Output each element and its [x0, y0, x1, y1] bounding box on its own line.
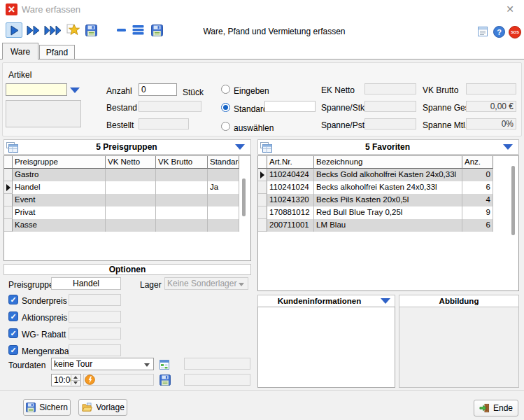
table-row-selected[interactable]: 110240424 Becks Gold alkoholfrei Kasten …	[258, 169, 518, 181]
preisgruppen-menu-icon[interactable]	[235, 144, 245, 150]
table-row-selected[interactable]: Handel Ja	[4, 181, 250, 194]
tab-ware[interactable]: Ware	[2, 43, 38, 59]
cell-preisgruppe: Gastro	[13, 169, 106, 181]
collapse-button[interactable]	[114, 22, 128, 38]
table-row[interactable]: 200711001 LM Blau 6	[258, 219, 518, 232]
checkbox-wg-rabatt[interactable]	[8, 328, 18, 338]
checkbox-aktionspreis[interactable]	[8, 312, 18, 321]
spanne-ges-label: Spanne Ges.	[423, 103, 472, 113]
vorlage-label: Vorlage	[96, 402, 125, 412]
row-indicator-icon	[260, 172, 264, 178]
radio-eingeben-label: Eingeben	[234, 86, 269, 96]
exit-door-icon	[479, 403, 490, 413]
kundeninformationen-title: Kundeninformationen	[258, 297, 381, 305]
ende-button[interactable]: Ende	[474, 400, 518, 416]
favoriten-menu-icon[interactable]	[503, 144, 513, 150]
table-row[interactable]: Gastro	[4, 169, 250, 181]
sos-icon: SOS	[509, 26, 521, 38]
cell-vk-brutto	[156, 219, 208, 232]
column-header: Bezeichnung	[314, 156, 462, 169]
standard-value-input[interactable]	[264, 101, 316, 112]
notes-button[interactable]	[476, 25, 489, 38]
tour-value: keine Tour	[54, 359, 92, 369]
time-spinner[interactable]	[71, 375, 80, 385]
aktionspreis-field	[69, 311, 121, 323]
help-button[interactable]: ?	[493, 25, 505, 38]
tour-save-button[interactable]	[159, 374, 171, 386]
tour-plan-button[interactable]	[158, 358, 170, 370]
table-row[interactable]: Privat	[4, 206, 250, 219]
cell-vk-netto	[106, 194, 156, 206]
tour-status-field	[83, 374, 154, 386]
preisgruppe-label: Preisgruppe	[8, 280, 54, 290]
favoriten-title: 5 Favoriten	[272, 142, 503, 152]
window-close-icon[interactable]: ✕	[501, 2, 519, 16]
cell-preisgruppe: Kasse	[13, 219, 106, 232]
tour-time-input[interactable]: 10:00	[51, 374, 81, 386]
radio-eingeben[interactable]	[221, 85, 230, 94]
bestellt-label: Bestellt	[106, 120, 134, 130]
spanne-ges-field: 0,00 €	[466, 101, 516, 112]
toolbar: Ware, Pfand und Vermietung erfassen ? SO…	[0, 19, 524, 42]
cell-bezeichnung: Becks Pils Kasten 20x0,5l	[314, 194, 462, 206]
preisgruppen-scrollbar[interactable]	[242, 178, 246, 216]
lager-label: Lager	[140, 280, 162, 290]
table-row[interactable]: Kasse	[4, 219, 250, 232]
radio-standard[interactable]	[221, 103, 230, 112]
anzahl-input[interactable]: 0	[139, 83, 177, 96]
fast-forward-icon	[27, 25, 40, 36]
cell-bezeichnung: Becks Gold alkoholfrei Kasten 24x0,33l	[314, 169, 462, 181]
checkbox-mengenrabatt[interactable]	[8, 345, 18, 355]
artikel-combo-input[interactable]	[6, 83, 67, 96]
abbildung-header: Abbildung	[399, 295, 519, 307]
minus-icon	[117, 29, 126, 31]
table-icon	[6, 142, 18, 153]
checkbox-sonderpreis[interactable]	[8, 295, 18, 304]
tab-page-ware: Artikel Anzahl 0 Stück Bestand Bestellt …	[0, 59, 524, 420]
play-icon	[10, 25, 19, 36]
cell-anz: 9	[462, 206, 493, 219]
table-row[interactable]: 170881012 Red Bull Blue Tray 0,25l 9	[258, 206, 518, 219]
lager-combobox[interactable]: Keine Sonderlager	[164, 277, 248, 290]
save-toolbar-button[interactable]	[83, 22, 99, 38]
cell-vk-brutto	[156, 181, 208, 194]
cell-anz: 4	[462, 194, 493, 206]
ware-erfassen-window: ✕ Ware erfassen ✕ Ware, Pfand und Vermie…	[0, 0, 524, 420]
save-list-button[interactable]	[149, 22, 164, 38]
kundeninformationen-body	[257, 307, 395, 388]
artikel-dropdown-icon[interactable]	[70, 88, 80, 93]
chevron-down-icon	[239, 283, 244, 286]
column-header: Standard	[208, 156, 239, 169]
list-icon	[132, 24, 144, 36]
favorite-button[interactable]	[64, 22, 81, 38]
cell-standard	[208, 169, 239, 181]
list-view-button[interactable]	[129, 22, 146, 38]
vorlage-button[interactable]: Vorlage	[78, 399, 127, 416]
radio-auswaehlen[interactable]	[221, 122, 230, 131]
column-header: Preisgruppe	[13, 156, 106, 169]
preisgruppen-grid: Preisgruppe VK Netto VK Brutto Standard …	[3, 155, 251, 261]
nav-next-button[interactable]	[6, 22, 22, 38]
table-row[interactable]: Event	[4, 194, 250, 206]
kundeninformationen-menu-icon[interactable]	[381, 298, 390, 304]
nav-last-button[interactable]	[43, 22, 64, 38]
ende-label: Ende	[493, 403, 513, 413]
tab-pfand[interactable]: Pfand	[39, 45, 75, 59]
cell-preisgruppe: Handel	[13, 181, 106, 194]
cell-vk-netto	[106, 206, 156, 219]
sichern-button[interactable]: Sichern	[23, 399, 71, 416]
tour-extra-field	[184, 374, 250, 386]
tab-ware-label: Ware	[10, 47, 30, 57]
nav-forward-button[interactable]	[24, 22, 42, 38]
cell-standard	[208, 194, 239, 206]
column-header: Art.Nr.	[267, 156, 314, 169]
tour-combobox[interactable]: keine Tour	[51, 358, 154, 370]
column-header: VK Brutto	[156, 156, 208, 169]
favoriten-scrollbar[interactable]	[511, 166, 515, 235]
flash-icon[interactable]	[85, 374, 95, 385]
table-row[interactable]: 110241320 Becks Pils Kasten 20x0,5l 4	[258, 194, 518, 206]
sos-button[interactable]: SOS	[508, 25, 521, 38]
table-row[interactable]: 110241024 Becks alkoholfrei Kasten 24x0,…	[258, 181, 518, 194]
tour-info-field	[184, 358, 250, 370]
cell-artnr: 110241024	[267, 181, 314, 194]
